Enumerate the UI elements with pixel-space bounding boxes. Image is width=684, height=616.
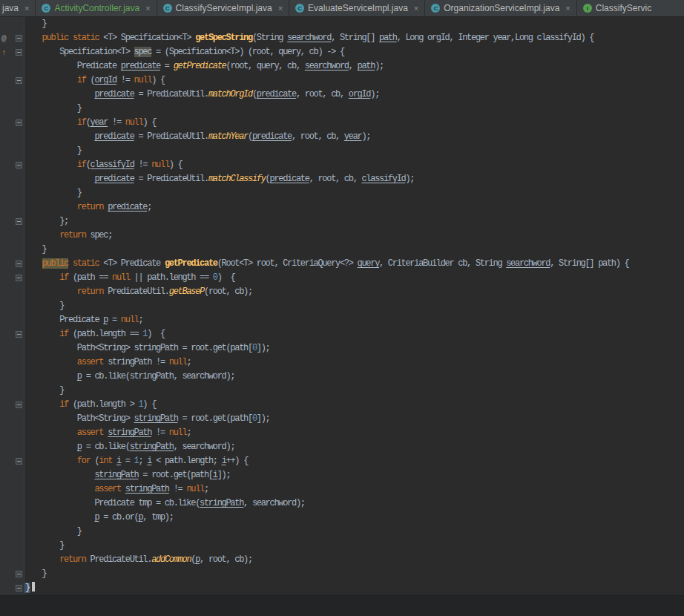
gutter [0,355,24,370]
fold-icon[interactable] [16,571,22,577]
code-line: Predicate predicate = getPredicate(root,… [0,59,684,73]
editor-tab[interactable]: COrganizationServiceImpl.java× [425,0,577,16]
code-text: for (int i = 1; i < path.length; i++) { [24,454,248,468]
gutter [0,257,24,271]
gutter [0,539,24,553]
code-text: } [24,102,82,116]
fold-icon[interactable] [16,162,22,168]
code-text: return PredicateUtil.getBaseP(root, cb); [24,285,252,299]
code-line: assert stringPath != null; [0,482,684,497]
code-text: return PredicateUtil.addCommon(p, root, … [24,553,252,567]
text-caret [32,582,35,592]
gutter [0,581,24,595]
code-text: Predicate tmp = cb.like(stringPath, sear… [24,497,305,511]
gutter [0,116,24,130]
code-line: predicate = PredicateUtil.matchOrgId(pre… [0,88,684,102]
fold-icon[interactable] [16,119,22,126]
code-text: Predicate p = null; [24,313,142,327]
tab-close-icon[interactable]: × [24,4,29,13]
code-line: if (path.length > 1) { [0,398,684,412]
gutter [0,398,24,412]
tab-bar: java×CActivityController.java×CClassifyS… [0,0,684,17]
tab-label: ActivityController.java [54,3,139,13]
code-text: predicate = PredicateUtil.matchYear(pred… [24,130,370,144]
gutter [0,59,24,73]
fold-icon[interactable] [16,218,22,225]
code-line: if(year != null) { [0,116,684,130]
gutter: ↑ [0,45,24,59]
code-text: stringPath = root.get(path[i]); [24,468,230,482]
fold-icon[interactable] [16,49,22,56]
fold-icon[interactable] [16,275,22,281]
code-line: Path<String> stringPath = root.get(path[… [0,412,684,426]
fold-icon[interactable] [16,77,22,84]
gutter [0,313,24,327]
annotation-icon[interactable]: @ [1,32,7,46]
code-line: } [0,539,684,553]
code-text: if (path == null || path.length == 0) { [24,271,234,285]
gutter [0,172,24,186]
tab-close-icon[interactable]: × [145,4,150,13]
code-line: return spec; [0,229,684,243]
code-text: } [24,299,64,313]
gutter [0,525,24,539]
gutter [0,102,24,116]
code-text: assert stringPath != null; [24,355,191,370]
gutter [0,158,24,172]
code-text: p = cb.or(p, tmp); [24,511,174,525]
code-text: } [24,539,64,553]
ide-window: java×CActivityController.java×CClassifyS… [0,0,684,616]
override-arrow-icon[interactable]: ↑ [1,46,7,60]
code-text: Predicate predicate = getPredicate(root,… [24,59,384,73]
editor-tab[interactable]: CEvaluateServiceImpl.java× [289,0,425,16]
code-text: if (orgId != null) { [24,73,165,88]
fold-icon[interactable] [16,35,22,42]
code-line: public static <T> Predicate getPredicate… [0,257,684,271]
code-text: } [24,384,64,398]
fold-icon[interactable] [16,458,22,465]
fold-icon[interactable] [16,261,22,267]
code-text: public static <T> Specification<T> getSp… [24,31,593,45]
code-text: Specification<T> spec = (Specification<T… [24,45,344,59]
gutter [0,440,24,454]
code-text: } [24,17,47,31]
gutter [0,130,24,144]
tab-close-icon[interactable]: × [565,4,570,13]
gutter [0,553,24,567]
editor-tab[interactable]: CClassifyServiceImpl.java× [157,0,289,16]
editor-tab[interactable]: java× [0,0,36,16]
editor[interactable]: }@ public static <T> Specification<T> ge… [0,17,684,595]
code-text: assert stringPath != null; [24,426,191,440]
code-text: } [24,581,35,595]
code-text: } [24,525,82,539]
code-text: if (path.length > 1) { [24,398,156,412]
code-text: } [24,243,47,257]
gutter [0,482,24,497]
fold-icon[interactable] [16,402,22,408]
code-line: } [0,102,684,116]
editor-tab[interactable]: IClassifyServic [577,0,684,16]
editor-tab[interactable]: CActivityController.java× [36,0,157,16]
fold-icon[interactable] [16,585,22,592]
code-line: if(classifyId != null) { [0,158,684,172]
tab-close-icon[interactable]: × [414,4,418,13]
tab-label: ClassifyServiceImpl.java [176,3,272,13]
gutter: @ [0,31,24,45]
gutter [0,200,24,214]
code-line: Predicate p = null; [0,313,684,327]
gutter [0,468,24,482]
code-line: Predicate tmp = cb.like(stringPath, sear… [0,497,684,511]
fold-icon[interactable] [16,331,22,338]
code-line: p = cb.like(stringPath, searchword); [0,440,684,454]
gutter [0,285,24,299]
gutter [0,214,24,229]
gutter [0,384,24,398]
file-class-icon: C [42,4,50,13]
gutter [0,186,24,200]
code-text: return predicate; [24,200,151,214]
gutter [0,229,24,243]
gutter [0,497,24,511]
code-line: return PredicateUtil.getBaseP(root, cb); [0,285,684,299]
tab-close-icon[interactable]: × [278,4,283,13]
tab-label: OrganizationServiceImpl.java [444,3,559,13]
